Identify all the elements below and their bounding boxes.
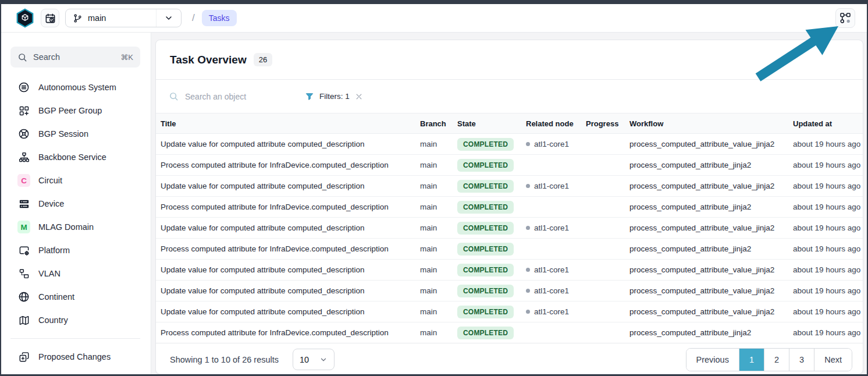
diff-icon — [17, 350, 30, 363]
progress-cell — [581, 134, 625, 155]
sidebar-search-placeholder: Search — [33, 52, 60, 62]
pagination-page-2[interactable]: 2 — [764, 349, 789, 371]
sidebar-item-proposed-changes[interactable]: Proposed Changes — [10, 345, 140, 368]
node-dot-icon — [526, 310, 530, 314]
sidebar-item-circuit[interactable]: C Circuit — [10, 169, 140, 192]
hexagon-logo-icon — [15, 8, 35, 28]
sidebar-item-vlan[interactable]: VLAN — [10, 262, 140, 285]
state-cell: COMPLETED — [453, 134, 521, 155]
workflow-cell: process_computed_attribute_value_jinja2 — [625, 281, 788, 301]
search-shortcut: ⌘K — [120, 53, 133, 62]
column-header-updated-at: Updated at — [788, 113, 863, 134]
sidebar-item-continent[interactable]: Continent — [10, 285, 140, 308]
workflow-cell: process_computed_attribute_value_jinja2 — [625, 218, 788, 239]
state-cell: COMPLETED — [453, 260, 521, 281]
clear-filters-icon[interactable] — [355, 93, 363, 101]
workflow-cell: process_computed_attribute_value_jinja2 — [625, 134, 788, 155]
column-header-related-node: Related node — [521, 113, 581, 134]
updated-at-cell: about 19 hours ago — [788, 301, 863, 322]
active-filters[interactable]: Filters: 1 — [305, 92, 363, 101]
monitor-gear-icon — [17, 244, 30, 257]
branch-selector[interactable]: main — [65, 9, 182, 27]
table-row[interactable]: Process computed attribute for InfraDevi… — [156, 322, 863, 343]
sidebar-item-device[interactable]: Device — [10, 192, 140, 215]
status-badge: COMPLETED — [457, 327, 514, 339]
window-border-left — [0, 0, 1, 376]
status-badge: COMPLETED — [457, 138, 514, 151]
progress-cell — [581, 176, 625, 197]
results-summary: Showing 1 to 10 of 26 results — [170, 355, 279, 364]
pagination: Previous123Next — [686, 348, 852, 371]
branch-selector-caret[interactable] — [156, 9, 181, 27]
sidebar-item-autonomous-system[interactable]: Autonomous System — [10, 76, 140, 99]
sidebar-item-mlag-domain[interactable]: M MLAG Domain — [10, 215, 140, 239]
sidebar-item-backbone-service[interactable]: Backbone Service — [10, 146, 140, 169]
filters-row: Filters: 1 — [156, 80, 863, 113]
status-badge: COMPLETED — [457, 201, 514, 214]
sidebar-item-label: BGP Peer Group — [38, 106, 102, 115]
page-size-select[interactable]: 10 — [293, 349, 335, 370]
sidebar-item-label: MLAG Domain — [38, 222, 94, 232]
chevron-down-icon — [319, 356, 328, 364]
task-title-cell: Update value for computed attribute comp… — [156, 134, 415, 155]
table-row[interactable]: Update value for computed attribute comp… — [156, 218, 863, 239]
infrahub-logo[interactable] — [15, 8, 35, 28]
sidebar-item-label: Device — [38, 199, 64, 208]
breadcrumb-tasks[interactable]: Tasks — [202, 10, 237, 26]
sidebar-item-bgp-session[interactable]: BGP Session — [10, 122, 140, 146]
table-header-row: TitleBranchStateRelated nodeProgressWork… — [156, 113, 863, 134]
sidebar-divider — [10, 338, 140, 339]
sidebar-item-bgp-peer-group[interactable]: BGP Peer Group — [10, 99, 140, 122]
schema-graph-icon — [839, 12, 851, 24]
schema-visualizer-button[interactable] — [835, 8, 855, 28]
updated-at-cell: about 19 hours ago — [788, 281, 863, 301]
sidebar-item-country[interactable]: Country — [10, 308, 140, 332]
task-title-cell: Update value for computed attribute comp… — [156, 218, 415, 239]
progress-cell — [581, 218, 625, 239]
table-row[interactable]: Process computed attribute for InfraDevi… — [156, 197, 863, 218]
state-cell: COMPLETED — [453, 218, 521, 239]
time-travel-button[interactable] — [41, 9, 59, 27]
table-row[interactable]: Update value for computed attribute comp… — [156, 176, 863, 197]
status-badge: COMPLETED — [457, 243, 514, 256]
wheel-icon — [17, 127, 30, 140]
top-navigation-bar: main / Tasks — [0, 4, 868, 33]
related-node-name: atl1-core1 — [534, 224, 569, 232]
column-header-workflow: Workflow — [625, 113, 788, 134]
letter-m-badge-icon: M — [17, 221, 30, 233]
branch-cell: main — [415, 218, 453, 239]
updated-at-cell: about 19 hours ago — [788, 322, 863, 343]
progress-cell — [581, 260, 625, 281]
table-row[interactable]: Update value for computed attribute comp… — [156, 301, 863, 322]
table-row[interactable]: Update value for computed attribute comp… — [156, 260, 863, 281]
branch-cell: main — [415, 260, 453, 281]
table-row[interactable]: Update value for computed attribute comp… — [156, 281, 863, 301]
object-search-input[interactable] — [184, 91, 279, 102]
table-row[interactable]: Process computed attribute for InfraDevi… — [156, 239, 863, 260]
squares-plus-icon — [17, 104, 30, 117]
column-header-progress: Progress — [581, 113, 625, 134]
table-row[interactable]: Update value for computed attribute comp… — [156, 134, 863, 155]
task-title-cell: Process computed attribute for InfraDevi… — [156, 239, 415, 260]
related-node-name: atl1-core1 — [534, 182, 569, 190]
workflow-cell: process_computed_attribute_value_jinja2 — [625, 260, 788, 281]
pagination-page-1[interactable]: 1 — [739, 349, 764, 371]
hierarchy-icon — [17, 151, 30, 164]
pagination-next-button[interactable]: Next — [814, 349, 852, 371]
sidebar-search[interactable]: Search ⌘K — [10, 47, 140, 68]
network-icon — [17, 267, 30, 280]
related-node-cell — [521, 322, 581, 343]
updated-at-cell: about 19 hours ago — [788, 176, 863, 197]
node-dot-icon — [526, 142, 530, 146]
pagination-page-3[interactable]: 3 — [789, 349, 814, 371]
updated-at-cell: about 19 hours ago — [788, 197, 863, 218]
related-node-name: atl1-core1 — [534, 307, 569, 316]
sidebar-item-label: Platform — [38, 246, 70, 255]
status-badge: COMPLETED — [457, 264, 514, 276]
branch-cell: main — [415, 322, 453, 343]
sidebar-item-platform[interactable]: Platform — [10, 239, 140, 262]
search-icon — [169, 91, 179, 101]
table-row[interactable]: Process computed attribute for InfraDevi… — [156, 155, 863, 176]
pagination-previous-button[interactable]: Previous — [686, 349, 739, 371]
workflow-cell: process_computed_attribute_jinja2 — [625, 322, 788, 343]
